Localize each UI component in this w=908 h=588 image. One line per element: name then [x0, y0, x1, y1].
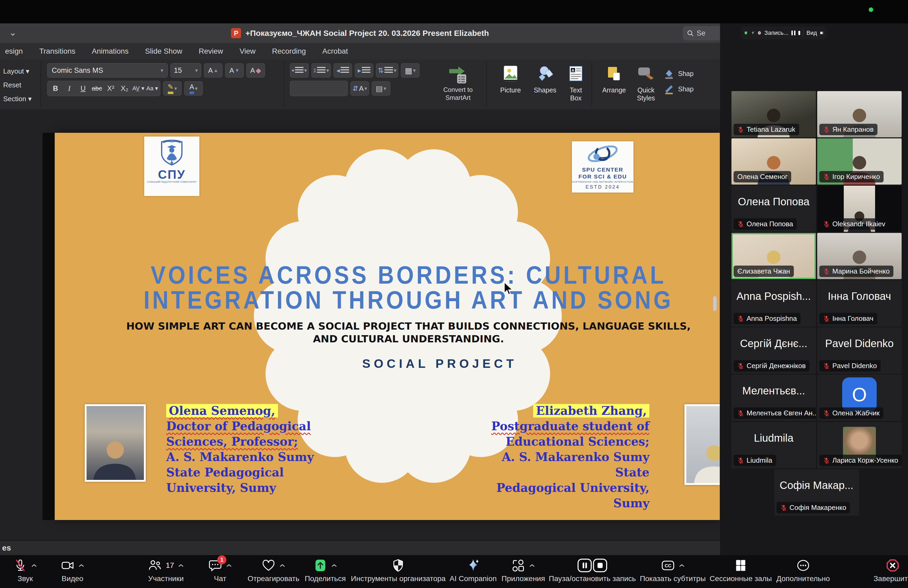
participant-tile[interactable]: Anna Pospish...Anna Pospishna: [731, 280, 816, 326]
columns-button[interactable]: ▦▾: [401, 63, 420, 77]
ppt-tab[interactable]: Review: [190, 47, 231, 55]
ai-sparkle-icon[interactable]: [751, 29, 755, 37]
toolbar-pause-stop[interactable]: Пауза/остановить запись: [549, 558, 636, 583]
change-case-button[interactable]: Aa ▾: [145, 85, 159, 92]
participant-tile[interactable]: Tetiana Lazaruk: [731, 91, 816, 137]
toolbar-apps[interactable]: Приложения: [502, 558, 545, 583]
security-shield-icon[interactable]: [744, 29, 748, 37]
screen-recording-indicator-dot: [869, 7, 873, 12]
underline-button[interactable]: U: [76, 84, 90, 93]
line-spacing-button[interactable]: ⇅▾: [376, 63, 398, 77]
participant-tile[interactable]: Софія Макар...Софія Макаренко: [774, 469, 859, 516]
participant-tile[interactable]: Oleksandr Ilkaiev: [817, 186, 902, 232]
stop-recording-button[interactable]: [799, 31, 800, 35]
strikethrough-button[interactable]: abc: [90, 85, 104, 92]
align-text-button[interactable]: ▤▾: [372, 81, 390, 96]
participant-tile[interactable]: Pavel DidenkoPavel Didenko: [817, 327, 902, 374]
credit-line: State Pedagogical: [166, 465, 315, 480]
layout-button[interactable]: Layout ▾: [3, 64, 32, 78]
participant-tile[interactable]: Єлизавета Чжан: [731, 233, 816, 279]
participant-name-label: Лариса Корж-Усенко: [819, 455, 902, 466]
arrange-button[interactable]: Arrange: [597, 65, 631, 94]
toolbar-mic-muted[interactable]: Звук: [13, 558, 37, 583]
shapes-button[interactable]: Shapes: [528, 65, 562, 94]
chevron-up-icon[interactable]: [178, 564, 184, 567]
participant-tile[interactable]: Сергій Дєнє...Сергій Денежніков: [731, 327, 816, 374]
ppt-tab[interactable]: Slide Show: [137, 47, 190, 55]
toolbar-cc[interactable]: CCПоказать субтитры: [640, 558, 706, 583]
reset-button[interactable]: Reset: [3, 78, 32, 92]
italic-button[interactable]: I: [63, 84, 76, 93]
ppt-tab[interactable]: Transitions: [31, 47, 84, 55]
ppt-tab[interactable]: Animations: [84, 47, 137, 55]
ppt-tab[interactable]: Acrobat: [314, 47, 356, 55]
decrease-indent-button[interactable]: ◂: [333, 63, 352, 77]
decrease-font-button[interactable]: A▼: [225, 63, 244, 77]
recording-indicator-icon: [757, 29, 761, 37]
chevron-up-icon[interactable]: [31, 564, 37, 567]
superscript-button[interactable]: X²: [104, 84, 118, 93]
chevron-up-icon[interactable]: [331, 564, 337, 567]
pause-recording-button[interactable]: [791, 31, 795, 35]
toolbar-breakout[interactable]: Сессионные залы: [710, 558, 772, 583]
clear-formatting-button[interactable]: A◆: [246, 63, 265, 77]
participant-tile[interactable]: Інна ГоловачІнна Головач: [817, 280, 902, 326]
font-size-select[interactable]: 15▾: [171, 63, 201, 77]
toolbar-end-call[interactable]: Завершить: [874, 558, 908, 583]
chevron-up-icon[interactable]: [529, 564, 535, 567]
notes-partial-text: es: [2, 543, 11, 553]
credit-line: University, Sumy: [166, 480, 315, 496]
convert-smartart-button[interactable]: Convert toSmartArt: [433, 65, 483, 102]
textbox-icon: A: [567, 65, 584, 82]
textbox-button[interactable]: A TextBox: [559, 65, 593, 102]
ppt-search-box[interactable]: Se: [683, 26, 720, 40]
subscript-button[interactable]: X₂: [118, 84, 131, 93]
toolbar-heart[interactable]: Отреагировать: [248, 558, 299, 583]
toolbar-shield[interactable]: Инструменты организатора: [351, 558, 446, 583]
font-name-select[interactable]: Comic Sans MS▾: [47, 63, 168, 77]
picture-button[interactable]: Picture: [493, 65, 528, 94]
toolbar-more[interactable]: Дополнительно: [776, 558, 830, 583]
participant-tile[interactable]: Ігор Кириченко: [817, 139, 902, 185]
shape-outline-button[interactable]: Shap: [663, 81, 694, 97]
bullets-button[interactable]: •▾: [290, 63, 309, 77]
participant-tile[interactable]: Марина Бойченко: [817, 233, 902, 279]
smartart-icon: [448, 65, 468, 84]
numbering-button[interactable]: 1▾: [311, 63, 331, 77]
section-button[interactable]: Section ▾: [3, 92, 32, 106]
participant-tile[interactable]: Мелентьєв...Мелентьєв Євген Ан...: [731, 375, 816, 421]
chevron-up-icon[interactable]: [79, 564, 84, 567]
bold-button[interactable]: B: [48, 84, 63, 93]
font-color-button[interactable]: A▾: [184, 81, 203, 96]
view-label[interactable]: Вид: [806, 29, 817, 36]
participant-tile[interactable]: LiudmilaLiudmila: [731, 422, 816, 468]
slide[interactable]: СПУ СУМСЬКИЙ ПЕДАГОГІЧНИЙ УНІВЕРСИТЕТ SP…: [55, 133, 720, 520]
participant-tile[interactable]: OОлена Жабчик: [817, 375, 902, 421]
character-spacing-button[interactable]: AV̲ ▾: [131, 85, 145, 92]
highlight-color-button[interactable]: ✎▾: [163, 81, 182, 96]
toolbar-sparkle[interactable]: AI Companion: [449, 558, 496, 583]
ppt-tab[interactable]: esign: [0, 47, 31, 55]
chevron-up-icon[interactable]: [226, 564, 232, 567]
participant-tile[interactable]: Лариса Корж-Усенко: [817, 422, 902, 468]
panel-drag-handle[interactable]: [713, 296, 716, 311]
ppt-tab[interactable]: View: [231, 47, 264, 55]
quick-styles-button[interactable]: QuickStyles: [629, 65, 663, 102]
shape-fill-button[interactable]: Shap: [663, 66, 694, 81]
toolbar-camera[interactable]: Видео: [61, 558, 84, 583]
increase-font-button[interactable]: A▲: [204, 63, 222, 77]
participant-tile[interactable]: Ян Капранов: [817, 91, 902, 137]
text-direction-button[interactable]: ⇵A▾: [351, 81, 369, 96]
increase-indent-button[interactable]: ▸: [355, 63, 373, 77]
toolbar-people[interactable]: 17Участники: [148, 558, 184, 583]
participant-tile[interactable]: Олена Семеног: [731, 139, 816, 185]
toolbar-share[interactable]: Поделиться: [305, 558, 346, 583]
ppt-tab[interactable]: Recording: [264, 47, 314, 55]
chevron-up-icon[interactable]: [679, 564, 685, 567]
muted-mic-icon: [737, 457, 744, 464]
gallery-view-icon[interactable]: [820, 29, 824, 37]
participant-tile[interactable]: Олена ПоповаОлена Попова: [731, 186, 816, 232]
toolbar-chat[interactable]: 1Чат: [208, 558, 232, 583]
chevron-up-icon[interactable]: [280, 564, 285, 567]
participant-name-label: Ян Капранов: [819, 124, 877, 135]
